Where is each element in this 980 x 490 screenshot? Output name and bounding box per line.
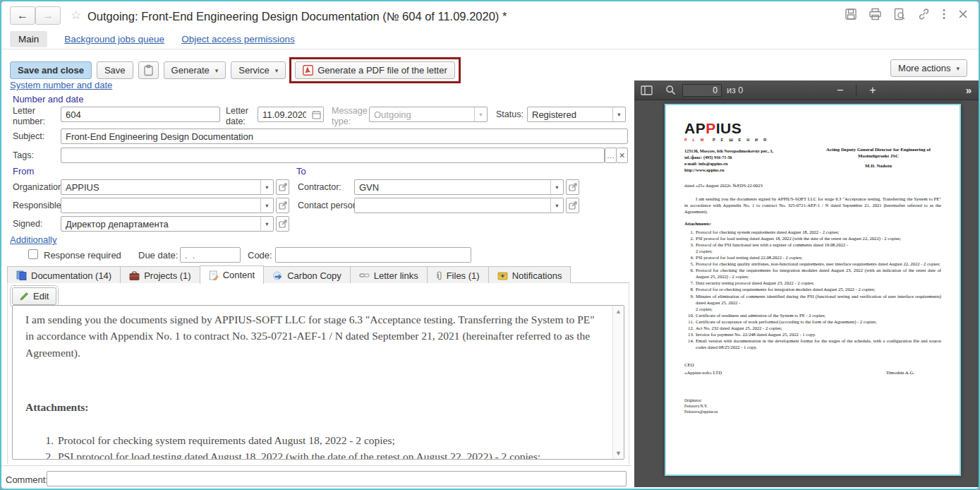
scroll-down-icon: ▼ bbox=[613, 448, 624, 459]
search-icon[interactable] bbox=[665, 85, 676, 95]
tab-letter-links[interactable]: Letter links bbox=[350, 266, 428, 284]
more-actions-button[interactable]: More actions▾ bbox=[890, 59, 967, 77]
application-window: ← → ☆ Outgoing: Front-End Engineering De… bbox=[0, 0, 980, 490]
tab-notifications[interactable]: Notifications bbox=[488, 266, 571, 284]
comment-label: Comment: bbox=[6, 474, 48, 485]
letter-content-textarea[interactable]: I am sending you the documents signed by… bbox=[12, 305, 624, 460]
favorite-star-icon[interactable]: ☆ bbox=[71, 8, 81, 23]
edit-pencil-icon bbox=[20, 292, 29, 301]
subject-input[interactable] bbox=[61, 129, 628, 144]
link-icon[interactable] bbox=[917, 8, 931, 20]
contact-person-select[interactable]: ▾ bbox=[354, 198, 564, 213]
due-date-input[interactable] bbox=[180, 247, 241, 263]
chevron-down-icon: ▾ bbox=[275, 67, 279, 74]
list-item: Certificate of readiness and admission o… bbox=[695, 312, 941, 318]
tags-choose-button[interactable]: … bbox=[605, 148, 617, 163]
save-and-close-button[interactable]: Save and close bbox=[10, 61, 92, 79]
section-number-and-date: Number and date bbox=[13, 94, 83, 104]
letter-number-label: Letter number: bbox=[13, 106, 45, 127]
more-menu-icon[interactable] bbox=[942, 8, 946, 20]
sidebar-toggle-icon[interactable] bbox=[641, 85, 653, 95]
page-number-input[interactable] bbox=[682, 84, 722, 97]
tab-documentation[interactable]: Documentation (14) bbox=[7, 266, 121, 284]
response-required-label: Response required bbox=[44, 250, 121, 261]
tab-carbon-copy[interactable]: Carbon Copy bbox=[263, 266, 351, 284]
message-type-label: Message type: bbox=[332, 106, 368, 127]
chevron-down-icon: ▾ bbox=[215, 67, 219, 74]
response-required-checkbox[interactable] bbox=[28, 249, 38, 259]
recipient-block: Acting Deputy General Director for Engin… bbox=[816, 146, 941, 169]
close-icon[interactable] bbox=[957, 8, 969, 20]
generate-button[interactable]: Generate▾ bbox=[164, 61, 226, 79]
toolbar-expand-icon[interactable]: » bbox=[966, 84, 970, 96]
originator-line: Fedorova@appius.ru bbox=[684, 409, 941, 414]
responsible-label: Responsible: bbox=[13, 201, 63, 211]
calendar-icon[interactable] bbox=[309, 107, 323, 121]
copy-button[interactable] bbox=[138, 61, 159, 79]
comment-input[interactable] bbox=[47, 471, 627, 486]
print-icon[interactable] bbox=[869, 8, 882, 20]
contractor-open-button[interactable] bbox=[566, 179, 579, 195]
forward-button[interactable]: → bbox=[35, 6, 61, 25]
contractor-select[interactable]: GVN▾ bbox=[354, 179, 564, 195]
tags-input[interactable] bbox=[61, 148, 605, 163]
organization-label: Organization: bbox=[13, 182, 65, 193]
nav-tab-bar: Main Background jobs queue Object access… bbox=[1, 30, 979, 49]
page-title: Outgoing: Front-End Engineering Design D… bbox=[87, 1, 507, 30]
chevron-down-icon: ▾ bbox=[550, 180, 563, 194]
tab-background-jobs-queue[interactable]: Background jobs queue bbox=[64, 34, 164, 44]
originator-line: Originator: bbox=[684, 398, 941, 403]
signed-label: Signed: bbox=[13, 219, 42, 229]
status-label: Status: bbox=[496, 109, 524, 120]
code-label: Code: bbox=[248, 250, 272, 261]
chevron-down-icon: ▾ bbox=[612, 107, 625, 121]
save-icon[interactable] bbox=[845, 8, 857, 20]
organization-open-button[interactable] bbox=[276, 179, 289, 195]
page-count-label: из 0 bbox=[727, 85, 743, 95]
signed-select[interactable]: Директор департамента▾ bbox=[61, 216, 274, 232]
additionally-link[interactable]: Additionally bbox=[10, 234, 57, 245]
list-item: Protocol for checking system requirement… bbox=[56, 432, 605, 448]
list-item: Act No. 232 dated August 25, 2022 - 2 co… bbox=[695, 325, 941, 331]
tab-files[interactable]: Files (1) bbox=[427, 266, 489, 284]
list-item: Protocol for checking the requirements f… bbox=[695, 267, 941, 280]
save-button[interactable]: Save bbox=[97, 61, 133, 79]
preview-icon[interactable] bbox=[893, 8, 906, 20]
paperclip-icon bbox=[436, 270, 442, 281]
originator-line: Fedorova N.Y. bbox=[684, 403, 941, 409]
system-number-and-date-link[interactable]: System number and date bbox=[10, 80, 112, 90]
signed-open-button[interactable] bbox=[276, 216, 289, 232]
contact-person-open-button[interactable] bbox=[566, 198, 579, 213]
chevron-down-icon: ▾ bbox=[550, 198, 563, 213]
letter-body: I am sending you the documents signed by… bbox=[684, 196, 941, 215]
briefcase-icon bbox=[129, 271, 140, 280]
tags-clear-button[interactable]: ✕ bbox=[616, 148, 628, 163]
appius-logo: APPIUS P L M Р Е Ш Е Н И Я bbox=[684, 121, 941, 142]
tab-projects[interactable]: Projects (1) bbox=[120, 266, 200, 284]
carbon-copy-icon bbox=[272, 271, 283, 280]
list-item: Invoice for payment No. 22/248 dated Aug… bbox=[695, 331, 941, 337]
tab-main[interactable]: Main bbox=[10, 31, 47, 47]
status-select[interactable]: Registered▾ bbox=[527, 107, 626, 122]
contact-person-label: Contact person: bbox=[298, 201, 360, 211]
list-item: Data security testing protocol dated Aug… bbox=[695, 280, 941, 286]
back-button[interactable]: ← bbox=[10, 6, 35, 25]
organization-select[interactable]: APPIUS▾ bbox=[61, 179, 274, 195]
content-scrollbar[interactable]: ▲ ▼ bbox=[612, 306, 624, 459]
tab-content[interactable]: Content bbox=[200, 265, 265, 284]
responsible-open-button[interactable] bbox=[276, 198, 289, 213]
responsible-select[interactable]: ▾ bbox=[61, 198, 274, 213]
zoom-out-button[interactable]: − bbox=[828, 84, 852, 97]
notification-envelope-icon bbox=[497, 271, 508, 280]
content-paragraph: I am sending you the documents signed by… bbox=[25, 311, 605, 361]
letter-number-input[interactable] bbox=[61, 107, 220, 122]
code-input[interactable] bbox=[275, 247, 471, 263]
service-button[interactable]: Service▾ bbox=[231, 61, 286, 79]
edit-button[interactable]: Edit bbox=[12, 287, 56, 305]
list-item: Minutes of elimination of comments ident… bbox=[695, 293, 941, 312]
tab-object-access-permissions[interactable]: Object access permissions bbox=[181, 34, 295, 44]
generate-pdf-button[interactable]: Generate a PDF file of the letter bbox=[295, 61, 455, 79]
zoom-in-button[interactable]: + bbox=[861, 84, 884, 97]
pdf-page: APPIUS P L M Р Е Ш Е Н И Я 125130, Mosco… bbox=[665, 104, 961, 476]
list-item: Email version with documentation in the … bbox=[695, 337, 941, 350]
